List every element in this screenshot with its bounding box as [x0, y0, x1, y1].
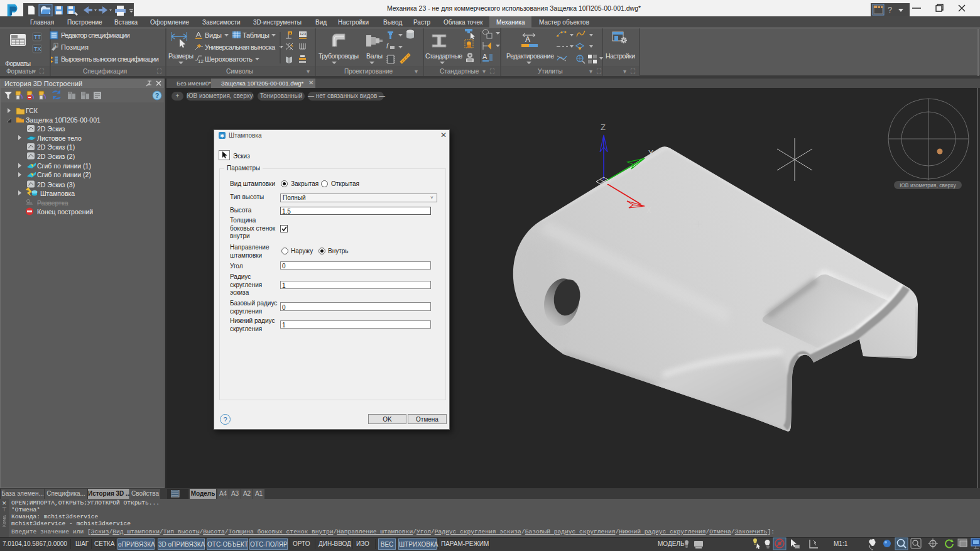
svg-text:Размеры: Размеры — [168, 52, 193, 60]
svg-text:2D Эскиз (2): 2D Эскиз (2) — [37, 153, 75, 160]
svg-text:?: ? — [888, 5, 892, 14]
svg-text:A: A — [482, 53, 487, 60]
svg-text:Z: Z — [601, 123, 606, 132]
svg-text:Сгиб по линии (2): Сгиб по линии (2) — [37, 171, 91, 178]
svg-text:X: X — [646, 206, 651, 215]
svg-text:Конец построений: Конец построений — [37, 208, 93, 215]
svg-text:Редактор спецификации: Редактор спецификации — [61, 31, 130, 39]
svg-text:Сгиб по линии (1): Сгиб по линии (1) — [37, 162, 91, 170]
svg-text:2D Эскиз (1): 2D Эскиз (1) — [37, 143, 75, 151]
svg-text:2D Эскиз: 2D Эскиз — [37, 125, 65, 133]
svg-text:12: 12 — [198, 58, 204, 64]
svg-text:123: 123 — [300, 32, 307, 36]
svg-text:ЮВ изометрия, сверху: ЮВ изометрия, сверху — [900, 182, 956, 188]
svg-text:Стандартные: Стандартные — [425, 52, 462, 60]
svg-text:✱: ✱ — [220, 133, 224, 139]
svg-text:Настройки: Настройки — [606, 52, 635, 60]
svg-text:Y: Y — [648, 149, 653, 158]
svg-text:TT: TT — [34, 34, 41, 40]
svg-text:Выровнять выноски спецификации: Выровнять выноски спецификации — [61, 55, 159, 63]
svg-text:Штамповка: Штамповка — [40, 190, 75, 197]
svg-text:Листовое тело: Листовое тело — [37, 134, 82, 142]
svg-text:Форматы: Форматы — [5, 60, 31, 67]
svg-text:f: f — [386, 43, 389, 50]
svg-text:Трубопроводы: Трубопроводы — [318, 52, 359, 60]
svg-text:2D Эскиз (3): 2D Эскиз (3) — [37, 181, 75, 188]
svg-text:Универсальная выноска: Универсальная выноска — [205, 43, 276, 51]
svg-text:?: ? — [155, 92, 159, 99]
svg-text:Позиция: Позиция — [61, 43, 89, 51]
svg-text:Виды: Виды — [205, 31, 222, 39]
svg-text:TX: TX — [34, 46, 41, 52]
svg-text:Редактирование: Редактирование — [506, 52, 554, 60]
svg-text:Развертка: Развертка — [37, 199, 68, 207]
svg-text:Шероховатость: Шероховатость — [205, 55, 253, 63]
svg-text:A: A — [525, 35, 530, 44]
svg-text:Таблицы: Таблицы — [242, 31, 270, 39]
svg-text:Валы: Валы — [366, 52, 383, 60]
svg-text:Защелка 10П205-00-001: Защелка 10П205-00-001 — [26, 116, 101, 124]
svg-text:ГСК: ГСК — [26, 107, 38, 114]
